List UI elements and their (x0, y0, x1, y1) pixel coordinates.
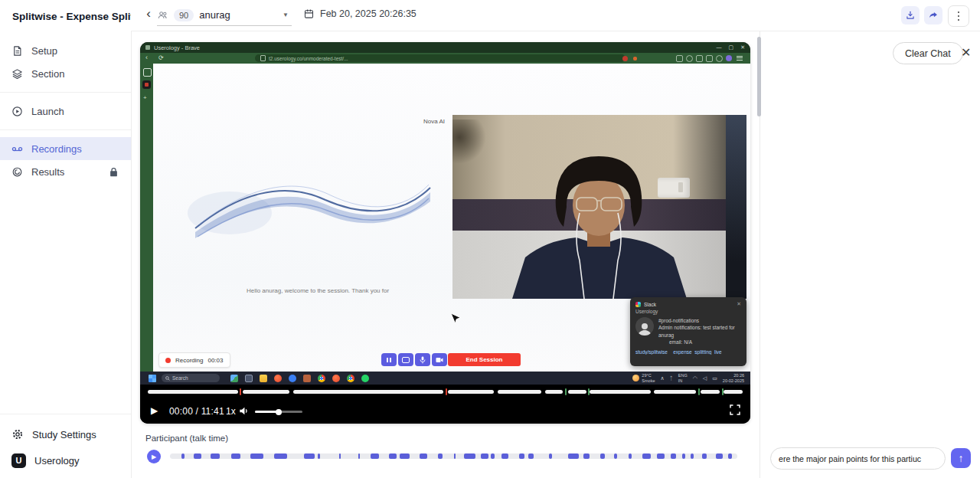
talk-segment (528, 453, 534, 459)
recording-dot-icon (165, 358, 171, 363)
share-icon (928, 10, 939, 21)
talk-segment (682, 453, 685, 459)
browser-reload-icon[interactable]: ⟳ (158, 54, 164, 61)
seek-segment[interactable] (568, 390, 586, 394)
taskbar-search[interactable]: Search (162, 374, 220, 382)
notification-app-name: Slack (644, 302, 656, 307)
marketing-icon[interactable] (303, 375, 311, 382)
seek-segment[interactable] (701, 390, 720, 394)
url-bar[interactable]: t2.userology.co/unmoderated-test/... (255, 54, 626, 62)
seek-marker[interactable] (698, 388, 700, 395)
maximize-icon[interactable]: ▢ (729, 44, 734, 51)
sidebar-item-recordings[interactable]: Recordings (0, 137, 131, 160)
browser-sidebar-icon[interactable] (696, 55, 703, 62)
play-button[interactable]: ▶ (151, 405, 158, 416)
notification-close-icon[interactable]: ✕ (737, 301, 741, 307)
talk-time-play-button[interactable]: ▶ (147, 450, 161, 463)
seek-marker[interactable] (588, 388, 590, 395)
chat-input[interactable] (770, 447, 946, 470)
shield-icon (260, 55, 266, 61)
close-window-icon[interactable]: ✕ (740, 44, 745, 51)
close-icon[interactable]: ✕ (961, 45, 971, 60)
tray-chevron-icon[interactable]: ∧ (660, 375, 664, 381)
sidebar-item-section[interactable]: Section (0, 62, 131, 85)
captions-button[interactable] (398, 353, 413, 366)
volume-slider[interactable] (255, 411, 302, 413)
blueapp-icon[interactable] (289, 375, 296, 382)
calendar-icon (303, 8, 315, 19)
seek-segment[interactable] (590, 390, 650, 394)
chrome-icon[interactable] (347, 375, 354, 382)
battery-icon[interactable]: ▭ (712, 375, 717, 381)
seek-segment[interactable] (448, 390, 495, 394)
talk-bar[interactable] (170, 453, 737, 459)
seek-segment[interactable] (545, 390, 563, 394)
slack-notification[interactable]: Slack ✕ Userology #prod-notifications Ad… (630, 297, 746, 366)
active-tab-icon[interactable] (142, 80, 151, 89)
seek-segment[interactable] (498, 390, 541, 394)
share-button[interactable] (924, 6, 942, 25)
volume-knob[interactable] (276, 409, 282, 415)
sidebar-item-launch[interactable]: Launch (0, 100, 131, 123)
seek-bar[interactable] (148, 390, 743, 394)
seek-segment[interactable] (654, 390, 696, 394)
taskbar-clock[interactable]: 20:26 20-02-2025 (723, 373, 744, 383)
seek-marker[interactable] (446, 388, 447, 395)
back-button[interactable]: ‹ (142, 6, 155, 21)
browser-media-icon[interactable] (686, 55, 693, 62)
tab-icon[interactable] (143, 68, 152, 77)
more-menu-button[interactable] (948, 5, 969, 27)
seek-marker[interactable] (565, 388, 567, 395)
browser-panel-icon[interactable] (676, 55, 683, 62)
wifi-icon[interactable]: ◠ (693, 375, 697, 381)
browser-menu-icon[interactable] (737, 56, 743, 61)
play-circle-icon (11, 106, 23, 117)
end-session-button[interactable]: End Session (448, 353, 521, 366)
notification-link[interactable]: study/splitwise__expense_splitting_live_ (630, 346, 746, 355)
clear-chat-button[interactable]: Clear Chat (893, 42, 963, 64)
whatsapp-icon[interactable] (361, 375, 369, 382)
speaker-icon[interactable] (239, 406, 250, 416)
chat-send-button[interactable]: ↑ (951, 448, 971, 468)
study-settings-button[interactable]: Study Settings (0, 421, 131, 447)
talk-segment (583, 453, 590, 459)
window-icon[interactable] (245, 375, 253, 382)
tray-mic-icon[interactable]: ᛏ (670, 375, 673, 381)
weather-widget[interactable]: 29°C Smoke (632, 373, 655, 383)
photos-icon[interactable] (230, 375, 238, 382)
brave-icon[interactable] (332, 375, 340, 382)
participant-select[interactable]: 90 anurag ▼ (157, 5, 292, 26)
brave-icon[interactable] (274, 375, 282, 382)
microphone-button[interactable] (415, 353, 430, 366)
browser-profile-avatar[interactable] (726, 55, 732, 61)
folder-icon[interactable] (260, 375, 267, 382)
talk-segment (371, 453, 380, 459)
start-button-icon[interactable] (149, 375, 156, 382)
language-indicator[interactable]: ENG IN (678, 373, 688, 383)
seek-segment[interactable] (148, 390, 238, 394)
seek-marker[interactable] (240, 388, 241, 395)
pause-session-button[interactable] (381, 353, 397, 366)
new-tab-icon[interactable]: + (143, 94, 147, 101)
browser-vpn-icon[interactable] (716, 55, 723, 62)
camera-button[interactable] (432, 353, 447, 366)
sidebar-item-results[interactable]: Results (0, 160, 131, 183)
seek-segment[interactable] (293, 390, 443, 394)
minimize-icon[interactable]: — (717, 44, 722, 51)
extension-icon[interactable] (633, 57, 637, 61)
brand-userology[interactable]: U Userology (0, 447, 131, 473)
seek-segment[interactable] (724, 390, 743, 394)
volume-icon[interactable]: ◁ (703, 375, 707, 381)
sidebar-item-setup[interactable]: Setup (0, 39, 131, 62)
download-button[interactable] (901, 6, 920, 25)
talk-segment (614, 453, 617, 459)
scrollbar-thumb[interactable] (757, 37, 761, 116)
playback-speed[interactable]: 1x (226, 406, 236, 417)
seek-marker[interactable] (722, 388, 724, 395)
extension-icon[interactable] (622, 56, 628, 61)
fullscreen-icon[interactable] (730, 404, 740, 415)
browser-back-icon[interactable]: ‹ (145, 54, 148, 61)
chrome-icon[interactable] (318, 375, 325, 382)
browser-wallet-icon[interactable] (706, 55, 713, 62)
seek-segment[interactable] (243, 390, 289, 394)
